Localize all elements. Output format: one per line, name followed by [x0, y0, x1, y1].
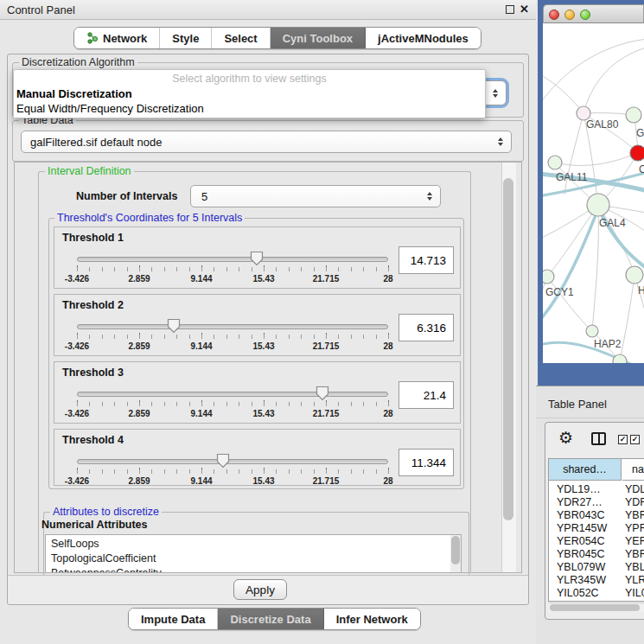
attributes-scrollbar-thumb[interactable]	[451, 536, 460, 564]
network-node-selected[interactable]	[630, 145, 644, 161]
node-label: GAL80	[586, 118, 618, 131]
table-data-combobox[interactable]: galFiltered.sif default node	[21, 131, 512, 153]
threshold-4-slider-thumb[interactable]	[216, 453, 230, 469]
float-window-icon[interactable]	[506, 5, 514, 14]
checkbox-icon[interactable]: ✓	[630, 435, 640, 444]
tab-style[interactable]: Style	[160, 28, 212, 48]
settings-scrollbar-thumb[interactable]	[503, 178, 513, 520]
threshold-3-slider-thumb[interactable]	[316, 386, 329, 401]
tab-impute-data-label: Impute Data	[141, 613, 205, 626]
threshold-3-panel: Threshold 3 -3.4262.8599.14415.4321.7152…	[54, 361, 461, 424]
slider-scale-labels: -3.4262.8599.14415.4321.71528	[77, 341, 388, 353]
tab-jactivemnodules[interactable]: jActiveMNodules	[366, 28, 481, 48]
threshold-2-value-field[interactable]: 6.316	[399, 314, 454, 341]
network-node-gal11[interactable]	[548, 156, 562, 169]
combo-stepper-icon	[498, 137, 503, 146]
threshold-2-slider-track[interactable]	[77, 324, 388, 329]
threshold-3-slider-track[interactable]	[77, 392, 388, 397]
threshold-4-value-field[interactable]: 11.344	[399, 449, 454, 476]
split-view-icon[interactable]	[591, 432, 606, 445]
tab-network-label: Network	[103, 32, 147, 45]
control-panel-window: Control Panel ✕ Network Style Select Cyn…	[0, 0, 536, 644]
number-of-intervals-combobox[interactable]: 5	[190, 185, 441, 207]
network-icon	[86, 32, 99, 44]
network-node-gcy1[interactable]	[543, 270, 554, 284]
threshold-1-value-field[interactable]: 14.713	[399, 246, 454, 274]
node-label: H	[638, 284, 644, 296]
table-horizontal-scrollbar-thumb[interactable]	[550, 604, 640, 611]
tab-network[interactable]: Network	[74, 28, 160, 48]
tab-cyni-toolbox-label: Cyni Toolbox	[283, 32, 353, 45]
slider-scale-labels: -3.4262.8599.14415.4321.71528	[77, 274, 388, 285]
node-label: GCY1	[545, 286, 574, 298]
number-of-intervals-label: Number of Intervals	[76, 190, 177, 202]
table-row[interactable]: YBR043CYBR0	[549, 509, 644, 522]
dropdown-item-equal-width-frequency[interactable]: Equal Width/Frequency Discretization	[16, 102, 204, 115]
table-row[interactable]: YDR27…YDR2	[549, 496, 644, 509]
algorithm-dropdown-hint: Select algorithm to view settings	[13, 73, 486, 85]
node-label: GAL11	[556, 171, 587, 183]
network-node-hap2[interactable]	[586, 325, 598, 337]
slider-minor-ticks	[77, 469, 389, 474]
network-node-gal4[interactable]	[587, 194, 609, 216]
dropdown-item-manual-discretization[interactable]: Manual Discretization	[16, 87, 132, 100]
zoom-traffic-light-icon[interactable]	[580, 10, 590, 20]
minimize-traffic-light-icon[interactable]	[564, 10, 575, 20]
apply-button[interactable]: Apply	[233, 579, 287, 600]
numerical-attributes-list[interactable]: SelfLoops TopologicalCoefficient Between…	[45, 534, 462, 573]
gear-icon[interactable]: ⚙	[558, 428, 573, 447]
threshold-2-panel: Threshold 2 -3.4262.8599.14415.4321.7152…	[54, 294, 461, 356]
table-row[interactable]: YPR145WYPR1	[549, 522, 644, 535]
table-row[interactable]: YER054CYER0	[549, 535, 644, 548]
tab-cyni-toolbox[interactable]: Cyni Toolbox	[271, 28, 366, 48]
screenshot-root: Control Panel ✕ Network Style Select Cyn…	[0, 0, 644, 644]
interval-definition-title: Interval Definition	[45, 165, 134, 177]
tab-infer-network[interactable]: Infer Network	[324, 609, 420, 629]
table-row[interactable]: YDL19…YDL1	[549, 483, 644, 496]
close-icon[interactable]: ✕	[520, 3, 529, 16]
table-row[interactable]: YLR345WYLR3	[549, 574, 644, 587]
slider-minor-ticks	[77, 267, 389, 271]
threshold-4-slider-track[interactable]	[77, 459, 388, 464]
list-item[interactable]: TopologicalCoefficient	[51, 552, 156, 564]
slider-scale-labels: -3.4262.8599.14415.4321.71528	[77, 409, 388, 420]
node-label: C	[639, 163, 644, 175]
tab-jactivemnodules-label: jActiveMNodules	[378, 32, 469, 45]
column-header-shared-name[interactable]: shared…	[549, 459, 622, 481]
tab-select[interactable]: Select	[212, 28, 270, 48]
table-row[interactable]: YBR045CYBR0	[549, 548, 644, 561]
list-item[interactable]: BetweennessCentrality	[51, 567, 162, 573]
network-node[interactable]	[626, 266, 643, 284]
node-label: GA	[636, 127, 644, 139]
tab-select-label: Select	[224, 32, 257, 45]
discretization-algorithm-title: Discretization Algorithm	[19, 56, 137, 68]
network-node[interactable]	[613, 354, 627, 363]
list-item[interactable]: SelfLoops	[51, 538, 99, 550]
number-of-intervals-value: 5	[201, 190, 207, 203]
threshold-4-panel: Threshold 4 -3.4262.8599.14415.4321.7152…	[54, 429, 461, 486]
control-panel-titlebar[interactable]	[0, 0, 536, 20]
control-panel-title: Control Panel	[7, 3, 75, 16]
tab-impute-data[interactable]: Impute Data	[129, 609, 218, 629]
thresholds-group-title: Threshold's Coordinates for 5 Intervals	[54, 212, 245, 224]
threshold-1-slider-thumb[interactable]	[250, 251, 264, 266]
checkbox-icon[interactable]: ✓	[618, 435, 628, 444]
tab-discretize-data[interactable]: Discretize Data	[218, 609, 323, 629]
threshold-1-panel: Threshold 1 -3.4262.8599.14415.4321.7152…	[54, 226, 461, 289]
combo-stepper-icon	[493, 89, 498, 98]
threshold-1-slider-track[interactable]	[77, 257, 388, 262]
combo-stepper-icon	[427, 192, 432, 201]
table-row[interactable]: YIL052CYIL0	[549, 587, 644, 600]
network-node[interactable]	[626, 107, 641, 123]
table-row[interactable]: YBL079WYBL0	[549, 561, 644, 574]
column-header-name[interactable]: na	[622, 459, 644, 481]
cyni-mode-tabbar: Impute Data Discretize Data Infer Networ…	[128, 608, 421, 630]
threshold-2-slider-thumb[interactable]	[167, 318, 181, 334]
network-graph	[543, 23, 644, 363]
network-canvas[interactable]: GAL80 GA C GAL11 GAL4 H GCY1 HAP2	[543, 23, 644, 363]
slider-minor-ticks	[77, 402, 389, 406]
threshold-3-value-field[interactable]: 21.4	[399, 381, 454, 409]
node-label: HAP2	[594, 338, 621, 350]
numerical-attributes-label: Numerical Attributes	[41, 519, 147, 531]
close-traffic-light-icon[interactable]	[549, 10, 559, 20]
